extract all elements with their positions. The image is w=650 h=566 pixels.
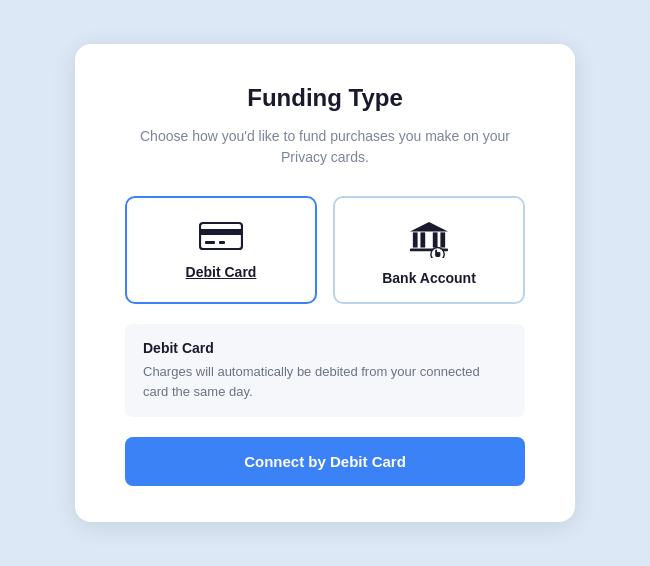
info-box-description: Charges will automatically be debited fr… [143,362,507,401]
svg-rect-6 [420,232,425,247]
svg-rect-3 [219,241,225,244]
options-row: Debit Card Bank Account [125,196,525,304]
bank-account-label: Bank Account [382,270,476,286]
svg-marker-4 [410,222,448,232]
svg-rect-8 [440,232,445,247]
debit-card-option[interactable]: Debit Card [125,196,317,304]
svg-rect-7 [433,232,438,247]
info-box-title: Debit Card [143,340,507,356]
connect-button[interactable]: Connect by Debit Card [125,437,525,486]
funding-type-card: Funding Type Choose how you'd like to fu… [75,44,575,522]
debit-card-icon [199,220,243,252]
bank-icon [407,220,451,258]
page-subtitle: Choose how you'd like to fund purchases … [125,126,525,168]
info-box: Debit Card Charges will automatically be… [125,324,525,417]
bank-account-option[interactable]: Bank Account [333,196,525,304]
svg-rect-5 [413,232,418,247]
svg-rect-1 [200,229,242,235]
debit-card-label: Debit Card [186,264,257,280]
svg-rect-2 [205,241,215,244]
svg-rect-0 [200,223,242,249]
page-title: Funding Type [125,84,525,112]
